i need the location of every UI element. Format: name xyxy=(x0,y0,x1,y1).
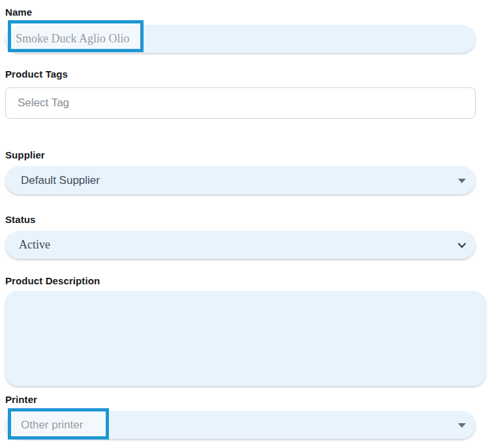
product-description-textarea[interactable] xyxy=(5,291,486,386)
supplier-label: Supplier xyxy=(5,149,476,161)
status-label: Status xyxy=(5,214,476,226)
product-tags-input[interactable] xyxy=(5,87,476,119)
status-selected-value: Active xyxy=(19,238,50,252)
field-group-name: Name xyxy=(5,7,476,53)
printer-select[interactable]: Other printer xyxy=(5,411,476,439)
product-description-label: Product Description xyxy=(5,275,476,287)
printer-label: Printer xyxy=(5,394,476,406)
chevron-down-icon xyxy=(457,240,467,250)
field-group-product-description: Product Description xyxy=(5,275,476,386)
name-label: Name xyxy=(5,7,476,18)
field-group-supplier: Supplier Default Supplier xyxy=(5,149,476,194)
name-input[interactable] xyxy=(5,25,476,53)
printer-selected-value: Other printer xyxy=(21,419,83,432)
dropdown-arrow-icon xyxy=(458,179,466,183)
supplier-selected-value: Default Supplier xyxy=(21,174,100,187)
product-tags-label: Product Tags xyxy=(5,68,476,80)
status-select[interactable]: Active xyxy=(5,231,476,259)
field-group-status: Status Active xyxy=(5,214,476,259)
field-group-product-tags: Product Tags xyxy=(5,68,476,119)
dropdown-arrow-icon xyxy=(458,423,466,428)
supplier-select[interactable]: Default Supplier xyxy=(5,166,476,194)
product-edit-form: Name Product Tags Supplier Default Suppl… xyxy=(0,0,488,439)
field-group-printer: Printer Other printer xyxy=(5,394,476,439)
